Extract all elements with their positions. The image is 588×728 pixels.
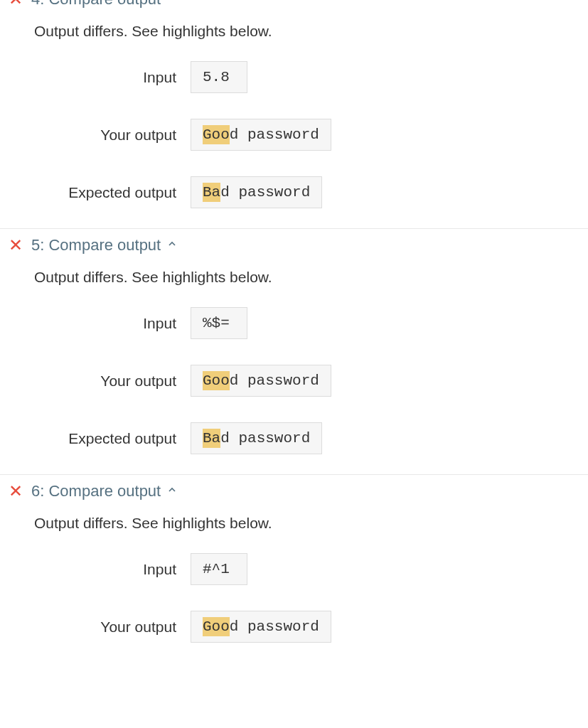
input-label: Input bbox=[34, 315, 191, 332]
diff-message: Output differs. See highlights below. bbox=[34, 515, 588, 532]
expected-output-value: Bad password bbox=[191, 422, 322, 454]
output-rest: d password bbox=[220, 184, 310, 200]
expected-output-value: Bad password bbox=[191, 176, 322, 208]
input-value: %$= bbox=[191, 307, 247, 339]
your-output-value: Good password bbox=[191, 119, 331, 151]
fail-x-icon: ✕ bbox=[7, 0, 24, 8]
input-row: Input#^1 bbox=[34, 553, 588, 585]
highlight-span: Ba bbox=[203, 429, 220, 448]
your-output-row: Your outputGood password bbox=[34, 611, 588, 643]
diff-message: Output differs. See highlights below. bbox=[34, 269, 588, 286]
chevron-up-icon[interactable] bbox=[166, 484, 178, 498]
test-content: Output differs. See highlights below.Inp… bbox=[0, 255, 588, 454]
chevron-up-icon[interactable] bbox=[166, 0, 178, 6]
your-output-label: Your output bbox=[34, 127, 191, 144]
highlight-span: Goo bbox=[203, 125, 230, 144]
test-case: ✕5: Compare outputOutput differs. See hi… bbox=[0, 229, 588, 475]
your-output-value: Good password bbox=[191, 611, 331, 643]
expected-output-row: Expected outputBad password bbox=[34, 422, 588, 454]
test-title: 4: Compare output bbox=[31, 0, 161, 9]
your-output-row: Your outputGood password bbox=[34, 365, 588, 397]
output-rest: d password bbox=[230, 127, 319, 143]
diff-message: Output differs. See highlights below. bbox=[34, 23, 588, 40]
your-output-label: Your output bbox=[34, 373, 191, 390]
test-title: 6: Compare output bbox=[31, 482, 161, 500]
input-value: #^1 bbox=[191, 553, 247, 585]
test-content: Output differs. See highlights below.Inp… bbox=[0, 500, 588, 643]
your-output-row: Your outputGood password bbox=[34, 119, 588, 151]
highlight-span: Goo bbox=[203, 371, 230, 390]
fail-x-icon: ✕ bbox=[7, 483, 24, 500]
output-rest: d password bbox=[220, 430, 310, 446]
test-header[interactable]: ✕5: Compare output bbox=[0, 229, 588, 255]
output-rest: d password bbox=[230, 373, 319, 389]
expected-output-label: Expected output bbox=[34, 430, 191, 447]
input-row: Input%$= bbox=[34, 307, 588, 339]
fail-x-icon: ✕ bbox=[7, 237, 24, 254]
test-case: ✕4: Compare outputOutput differs. See hi… bbox=[0, 0, 588, 229]
chevron-up-icon[interactable] bbox=[166, 238, 178, 252]
input-label: Input bbox=[34, 561, 191, 578]
test-header[interactable]: ✕6: Compare output bbox=[0, 475, 588, 500]
highlight-span: Ba bbox=[203, 183, 220, 202]
output-rest: d password bbox=[230, 619, 319, 635]
test-case: ✕6: Compare outputOutput differs. See hi… bbox=[0, 475, 588, 663]
input-row: Input5.8 bbox=[34, 61, 588, 93]
your-output-value: Good password bbox=[191, 365, 331, 397]
input-label: Input bbox=[34, 69, 191, 86]
expected-output-label: Expected output bbox=[34, 184, 191, 201]
expected-output-row: Expected outputBad password bbox=[34, 176, 588, 208]
input-value: 5.8 bbox=[191, 61, 247, 93]
highlight-span: Goo bbox=[203, 617, 230, 636]
test-header[interactable]: ✕4: Compare output bbox=[0, 0, 588, 9]
test-content: Output differs. See highlights below.Inp… bbox=[0, 9, 588, 208]
test-title: 5: Compare output bbox=[31, 236, 161, 255]
your-output-label: Your output bbox=[34, 619, 191, 636]
